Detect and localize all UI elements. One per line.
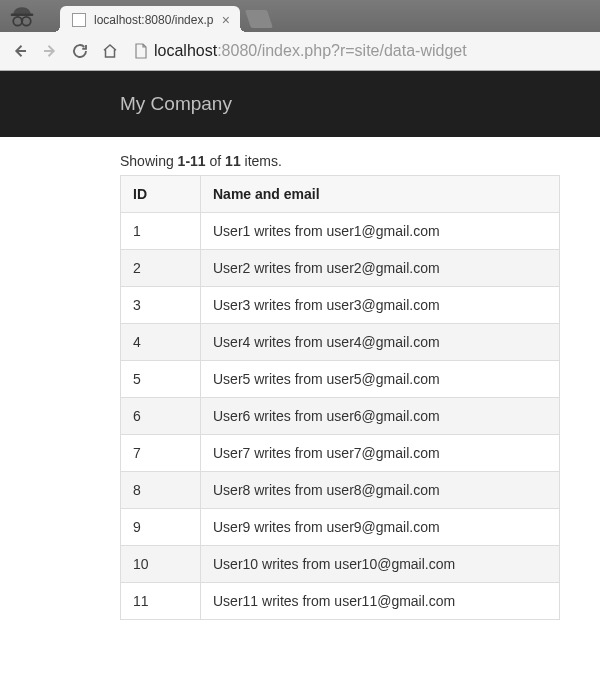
browser-chrome: localhost:8080/index.p × localhost:8080/… — [0, 0, 600, 71]
cell-name-email: User7 writes from user7@gmail.com — [201, 435, 560, 472]
cell-id: 1 — [121, 213, 201, 250]
cell-name-email: User8 writes from user8@gmail.com — [201, 472, 560, 509]
table-row: 5User5 writes from user5@gmail.com — [121, 361, 560, 398]
svg-point-2 — [22, 17, 31, 26]
col-header-id[interactable]: ID — [121, 176, 201, 213]
cell-name-email: User10 writes from user10@gmail.com — [201, 546, 560, 583]
home-button[interactable] — [100, 41, 120, 61]
cell-id: 11 — [121, 583, 201, 620]
cell-name-email: User4 writes from user4@gmail.com — [201, 324, 560, 361]
cell-name-email: User1 writes from user1@gmail.com — [201, 213, 560, 250]
table-row: 4User4 writes from user4@gmail.com — [121, 324, 560, 361]
table-row: 8User8 writes from user8@gmail.com — [121, 472, 560, 509]
cell-id: 8 — [121, 472, 201, 509]
back-button[interactable] — [10, 41, 30, 61]
table-row: 3User3 writes from user3@gmail.com — [121, 287, 560, 324]
cell-name-email: User6 writes from user6@gmail.com — [201, 398, 560, 435]
table-row: 10User10 writes from user10@gmail.com — [121, 546, 560, 583]
svg-point-1 — [13, 17, 22, 26]
table-row: 2User2 writes from user2@gmail.com — [121, 250, 560, 287]
grid-summary: Showing 1-11 of 11 items. — [120, 153, 570, 169]
table-row: 6User6 writes from user6@gmail.com — [121, 398, 560, 435]
cell-name-email: User9 writes from user9@gmail.com — [201, 509, 560, 546]
brand-title: My Company — [120, 93, 232, 114]
new-tab-button[interactable] — [245, 10, 273, 28]
table-row: 11User11 writes from user11@gmail.com — [121, 583, 560, 620]
svg-rect-0 — [11, 13, 34, 16]
table-row: 7User7 writes from user7@gmail.com — [121, 435, 560, 472]
page-icon — [134, 43, 148, 59]
page-content: Showing 1-11 of 11 items. ID Name and em… — [0, 137, 600, 640]
col-header-name-email[interactable]: Name and email — [201, 176, 560, 213]
reload-button[interactable] — [70, 41, 90, 61]
cell-name-email: User11 writes from user11@gmail.com — [201, 583, 560, 620]
table-header-row: ID Name and email — [121, 176, 560, 213]
table-row: 1User1 writes from user1@gmail.com — [121, 213, 560, 250]
forward-button[interactable] — [40, 41, 60, 61]
tab-title: localhost:8080/index.p — [94, 13, 214, 27]
address-bar[interactable]: localhost:8080/index.php?r=site/data-wid… — [130, 39, 590, 63]
favicon-icon — [72, 13, 86, 27]
cell-id: 6 — [121, 398, 201, 435]
browser-toolbar: localhost:8080/index.php?r=site/data-wid… — [0, 32, 600, 70]
cell-id: 4 — [121, 324, 201, 361]
cell-id: 5 — [121, 361, 201, 398]
cell-id: 7 — [121, 435, 201, 472]
cell-id: 10 — [121, 546, 201, 583]
cell-id: 9 — [121, 509, 201, 546]
browser-tab[interactable]: localhost:8080/index.p × — [60, 6, 240, 32]
cell-name-email: User3 writes from user3@gmail.com — [201, 287, 560, 324]
cell-id: 2 — [121, 250, 201, 287]
app-header: My Company — [0, 71, 600, 137]
cell-name-email: User2 writes from user2@gmail.com — [201, 250, 560, 287]
data-grid: ID Name and email 1User1 writes from use… — [120, 175, 560, 620]
url-text: localhost:8080/index.php?r=site/data-wid… — [154, 42, 467, 60]
tab-bar: localhost:8080/index.p × — [0, 0, 600, 32]
cell-id: 3 — [121, 287, 201, 324]
tab-close-icon[interactable]: × — [222, 13, 230, 27]
incognito-icon — [8, 2, 36, 30]
table-row: 9User9 writes from user9@gmail.com — [121, 509, 560, 546]
cell-name-email: User5 writes from user5@gmail.com — [201, 361, 560, 398]
